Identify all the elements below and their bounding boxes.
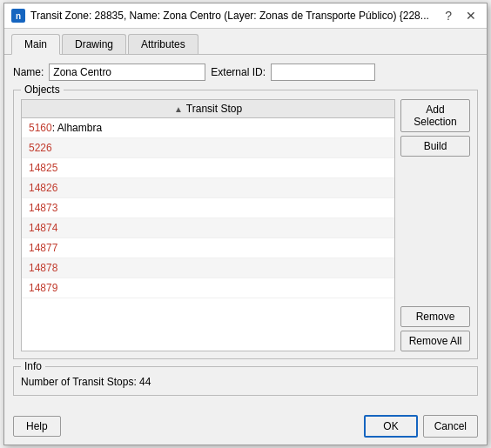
app-icon: n [11,9,25,23]
table-row: 14873 [22,198,394,218]
name-input[interactable] [49,64,205,81]
row-id-link[interactable]: 14873 [29,202,57,214]
ok-button[interactable]: OK [364,415,417,438]
table-row: 14877 [22,238,394,258]
table-row: 5226 [22,138,394,158]
table-row: 14874 [22,218,394,238]
footer-right: OK Cancel [364,415,478,438]
button-spacer [400,160,470,303]
tab-drawing[interactable]: Drawing [62,34,126,54]
table-row: 5160: Alhambra [22,118,394,138]
add-selection-button[interactable]: Add Selection [400,99,470,132]
info-text: Number of Transit Stops: 44 [21,376,470,388]
objects-group-label: Objects [21,84,64,96]
side-buttons: Add Selection Build Remove Remove All [400,99,470,351]
row-id-link[interactable]: 14826 [29,182,57,194]
objects-inner: ▲ Transit Stop 5160: Alhambra 5226 14825 [21,99,470,351]
table-row: 14879 [22,278,394,298]
row-id-link[interactable]: 5226 [29,142,52,154]
table-row: 14826 [22,178,394,198]
cancel-button[interactable]: Cancel [423,415,478,438]
main-content: Name: External ID: Objects ▲ Transit Sto… [4,55,487,410]
build-button[interactable]: Build [400,136,470,157]
table-header: ▲ Transit Stop [22,100,394,118]
title-bar-left: n Transit Zone: 28835, Name: Zona Centro… [11,9,429,23]
transit-stop-table: ▲ Transit Stop 5160: Alhambra 5226 14825 [21,99,395,351]
info-group-label: Info [21,360,45,372]
name-label: Name: [13,66,44,78]
table-row: 14825 [22,158,394,178]
objects-group: Objects ▲ Transit Stop 5160: Alhambra 52… [13,90,478,359]
external-id-input[interactable] [271,64,375,81]
title-bar: n Transit Zone: 28835, Name: Zona Centro… [4,3,487,29]
tab-main[interactable]: Main [11,34,60,55]
table-row: 14878 [22,258,394,278]
close-button[interactable]: ✕ [462,10,480,22]
row-id-link[interactable]: 14874 [29,222,57,234]
tab-attributes[interactable]: Attributes [128,34,198,54]
title-bar-right: ? ✕ [441,10,480,22]
tab-bar: Main Drawing Attributes [4,29,487,55]
column-header-label: Transit Stop [186,103,242,115]
row-id-link[interactable]: 14825 [29,162,57,174]
main-window: n Transit Zone: 28835, Name: Zona Centro… [3,3,488,445]
external-id-label: External ID: [211,66,266,78]
info-group: Info Number of Transit Stops: 44 [13,366,478,396]
help-title-button[interactable]: ? [441,10,455,22]
row-id-link[interactable]: 14879 [29,282,57,294]
window-title: Transit Zone: 28835, Name: Zona Centro (… [30,10,429,22]
name-row: Name: External ID: [13,64,478,81]
row-id-link[interactable]: 14878 [29,262,57,274]
remove-button[interactable]: Remove [400,306,470,327]
sort-arrow-icon: ▲ [174,104,183,114]
table-body[interactable]: 5160: Alhambra 5226 14825 14826 14873 [22,118,394,351]
footer: Help OK Cancel [4,410,487,445]
remove-all-button[interactable]: Remove All [400,331,470,351]
row-id-link[interactable]: 5160 [29,122,52,134]
help-button[interactable]: Help [13,416,61,437]
row-id-link[interactable]: 14877 [29,242,57,254]
